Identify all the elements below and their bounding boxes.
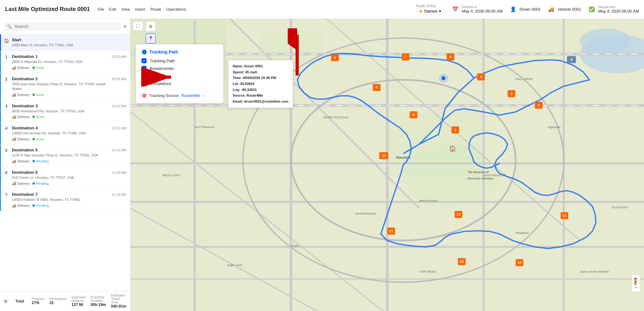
stop-start[interactable]: 🏠 Start 1000 Main St, Houston, TX 77002,… [0, 34, 130, 51]
svg-text:4: 4 [480, 75, 482, 79]
list-item[interactable]: 5 Destination 5 1104 N Sam Houston Pkwy … [0, 144, 130, 167]
map-container[interactable]: Houston NORTHWEST CROSSING NOTTINGHAM FA… [130, 19, 644, 311]
menu-view[interactable]: View [121, 7, 130, 12]
svg-text:3: 3 [510, 92, 512, 96]
svg-text:🏠: 🏠 [449, 145, 456, 152]
stop-content: Destination 7 14300 Hollister St #600, H… [12, 192, 109, 207]
svg-text:NORTH HOUSTON: NORTH HOUSTON [323, 116, 348, 119]
popup-name: Name: Driver 0001 [233, 63, 288, 69]
stop-meta: 🚚 Delivery Done [12, 66, 109, 70]
stop-meta: 🚚 Delivery Done [12, 93, 109, 97]
stop-time: 11:18 AM [112, 192, 126, 196]
menu-file[interactable]: File [97, 7, 104, 12]
stop-name: Destination 2 [12, 76, 109, 81]
status-badge: Done [32, 115, 44, 119]
menu-operations[interactable]: Operations [166, 7, 186, 12]
search-input[interactable] [14, 24, 118, 29]
route-status-value: Started [424, 9, 437, 14]
svg-text:Fine Arts, Houston: Fine Arts, Houston [468, 177, 493, 180]
tracking-source-row: 🎯 Tracking Source Route4Me › [142, 90, 218, 98]
svg-text:2: 2 [538, 103, 540, 107]
svg-text:FORT BEND: FORT BEND [419, 270, 436, 273]
stop-number: 5 [3, 148, 9, 153]
pegman-icon[interactable]: 🧍 [631, 278, 640, 286]
stop-content: Destination 3 9830 Homestead Rd, Houston… [12, 104, 109, 119]
settings-icon[interactable]: ⚙ [4, 299, 8, 304]
tracking-path-checkbox[interactable]: ✓ [142, 58, 147, 63]
stop-number: 6 [3, 170, 9, 175]
svg-text:1: 1 [454, 128, 456, 132]
stop-time: 10:42 AM [112, 148, 126, 152]
stop-name: Destination 1 [12, 54, 109, 59]
menu-bar: File Edit View Insert Route Operations [97, 7, 186, 12]
svg-text:ALIEF: ALIEF [291, 244, 299, 247]
stop-time: 09:10 AM [112, 54, 126, 59]
stop-address: 7600 East Sam Houston Pkwy N, Houston, T… [12, 82, 109, 92]
tracking-source-link[interactable]: Route4Me [181, 93, 200, 98]
vehicle-section: 🚚 Vehicle 0001 [548, 6, 581, 12]
stop-indicator [0, 51, 1, 73]
list-item[interactable]: 1 Destination 1 2804 N Wayside Dr, Houst… [0, 51, 130, 73]
stop-address: 610 Frazer Ln, Houston, TX 77037, USA [12, 175, 109, 180]
person-icon: 👤 [510, 6, 516, 12]
list-item[interactable]: 3 Destination 3 9830 Homestead Rd, Houst… [0, 100, 130, 122]
stop-time: 11:03 AM [112, 170, 126, 174]
list-item[interactable]: 2 Destination 2 7600 East Sam Houston Pk… [0, 73, 130, 100]
stop-address: 14300 Hollister St #600, Houston, TX 770… [12, 197, 109, 202]
svg-text:Pasadena: Pasadena [516, 231, 529, 235]
start-name: Start [12, 37, 126, 42]
map-settings-button[interactable]: ⚙ [146, 21, 156, 31]
tracking-icon: 🔵 [142, 49, 147, 54]
tracking-panel-title: Tracking Path [149, 49, 178, 54]
popup-email: Email: driver0001@route4me.com [233, 99, 288, 105]
list-item[interactable]: 4 Destination 4 14905 Old Humble Rd, Hum… [0, 122, 130, 144]
stop-content: Destination 1 2804 N Wayside Dr, Houston… [12, 54, 109, 70]
map-tracking-button[interactable]: 📍 [146, 33, 156, 43]
search-input-wrap[interactable]: 🔍 [4, 22, 121, 31]
fullscreen-button[interactable]: ⛶ [133, 21, 143, 31]
svg-text:WEST OAKS: WEST OAKS [163, 174, 180, 177]
stop-content: Destination 2 7600 East Sam Houston Pkwy… [12, 76, 109, 97]
app-title: Last Mile Optimized Route 0001 [5, 6, 90, 13]
stop-number: 3 [3, 104, 9, 109]
stop-type: 🚚 Delivery [12, 115, 30, 119]
filter-icon[interactable]: ≡ [124, 24, 126, 29]
svg-text:9: 9 [413, 113, 414, 117]
stop-indicator [0, 144, 1, 166]
stop-address: 1104 N Sam Houston Pkwy E, Houston, TX 7… [12, 153, 109, 158]
status-badge: Done [32, 93, 44, 97]
travel-time-stat: Estimated Travel Time 04h:01m [111, 294, 126, 308]
status-badge: Done [32, 137, 44, 141]
stop-content: Destination 5 1104 N Sam Houston Pkwy E,… [12, 148, 109, 163]
stop-number: 7 [3, 192, 9, 197]
stop-name: Destination 4 [12, 126, 109, 130]
tracking-path-option[interactable]: ✓ Tracking Path [142, 58, 218, 63]
dispatched-section: ✅ Dispatched May 4, 2030 08:00 AM [589, 5, 639, 14]
menu-route[interactable]: Route [150, 7, 161, 12]
started-at-info: Started at May 4, 2030 09:00 AM [462, 5, 502, 14]
popup-time: Time: 05/04/2030 10:38 PM [233, 75, 288, 81]
status-badge: Pending [32, 204, 49, 207]
list-item[interactable]: 7 Destination 7 14300 Hollister St #600,… [0, 189, 130, 211]
stop-name: Destination 3 [12, 104, 109, 108]
sidebar: 🔍 ≡ 🏠 Start 1000 Main St, Houston, TX 77… [0, 19, 130, 311]
list-item[interactable]: 6 Destination 6 610 Frazer Ln, Houston, … [0, 167, 130, 189]
bottom-bar: ⚙ Total Progress 27% Destinations 15 Est… [0, 291, 130, 311]
menu-edit[interactable]: Edit [109, 7, 116, 12]
menu-insert[interactable]: Insert [135, 7, 145, 12]
stop-type: 🚚 Delivery [12, 93, 30, 97]
svg-text:5: 5 [449, 55, 451, 59]
svg-text:6: 6 [334, 56, 336, 59]
stop-name: Destination 5 [12, 148, 109, 152]
stop-meta: 🚚 Delivery Pending [12, 181, 109, 185]
svg-text:8: 8 [376, 86, 378, 89]
stop-content: Destination 6 610 Frazer Ln, Houston, TX… [12, 170, 109, 185]
progress-stat: Progress 27% [32, 297, 44, 305]
svg-text:Sugar Land: Sugar Land [227, 263, 242, 267]
stop-type: 🚚 Delivery [12, 66, 30, 70]
arrow-right-indicator [141, 68, 179, 88]
svg-text:11: 11 [389, 229, 393, 233]
svg-point-78 [439, 74, 448, 83]
route-status-pill[interactable]: Started ▾ [416, 8, 445, 15]
svg-text:4: 4 [570, 58, 573, 61]
